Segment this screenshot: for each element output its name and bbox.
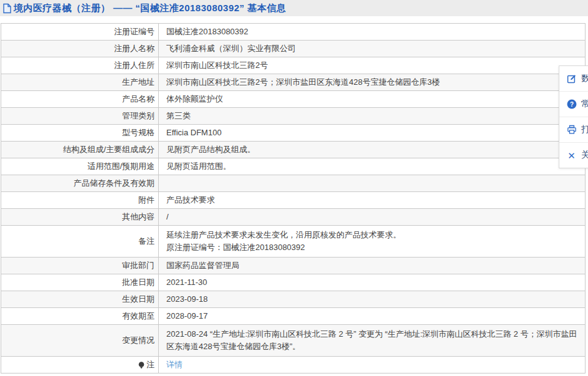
row-label: 审批部门 [1,258,159,274]
row-value: 见附页适用范围。 [159,158,585,175]
row-label: 型号规格 [1,125,159,141]
table-row: 注册人住所 深圳市南山区科技北三路2号 [1,57,585,74]
row-label: 变更情况 [1,325,159,356]
page-header: 境内医疗器械（注册） —— “国械注准20183080392” 基本信息 [0,0,588,16]
row-label: 其他内容 [1,209,159,225]
svg-text:?: ? [569,101,573,108]
row-label: 附件 [1,192,159,208]
toolbar-item-label: 常见问题 [581,99,588,110]
toolbar-item-data-correction[interactable]: 数据纠错 [559,66,588,92]
toolbar-item-label: 打印 [581,124,588,135]
toolbar-item-close[interactable]: ✕ 关闭 [559,143,588,168]
document-icon [2,3,12,14]
table-row: 管理类别 第三类 [1,108,585,125]
table-row: 注册人名称 飞利浦金科威（深圳）实业有限公司 [1,41,585,57]
row-value: 深圳市南山区科技北三路2号；深圳市盐田区东海道428号宝捷仓储园仓库3楼 [159,74,585,90]
details-link[interactable]: 详情 [166,359,183,371]
row-value: 国械注准20183080392 [159,24,585,40]
row-label: 生产地址 [1,74,159,90]
row-value: 2023-09-18 [159,291,585,307]
row-label: 注册人住所 [1,57,159,74]
row-label: 注 [1,357,159,373]
side-toolbar: 数据纠错 ? 常见问题 打印 ✕ 关闭 [559,65,588,168]
row-value: 产品技术要求 [159,192,585,208]
row-label: 有效期至 [1,308,159,324]
table-row: 生产地址 深圳市南山区科技北三路2号；深圳市盐田区东海道428号宝捷仓储园仓库3… [1,74,585,91]
table-row-note: 注 详情 [1,357,585,374]
question-icon: ? [566,99,577,110]
row-value: 2021-08-24 “生产地址:深圳市南山区科技北三路 2 号” 变更为 “生… [159,325,585,356]
row-label: 结构及组成/主要组成成分 [1,142,159,158]
table-row: 有效期至 2028-09-17 [1,308,585,325]
row-value: 国家药品监督管理局 [159,258,585,274]
table-row: 批准日期 2021-11-30 [1,274,585,291]
row-value: 延续注册产品技术要求未发生变化，沿用原核发的产品技术要求。 原注册证编号：国械注… [159,226,585,257]
row-value: 2028-09-17 [159,308,585,324]
toolbar-item-faq[interactable]: ? 常见问题 [559,92,588,117]
table-row: 型号规格 Efficia DFM100 [1,125,585,142]
note-label: 注 [146,359,154,371]
page-title: 境内医疗器械（注册） —— “国械注准20183080392” 基本信息 [14,2,286,14]
row-label: 备注 [1,226,159,257]
row-label: 管理类别 [1,108,159,124]
table-row: 产品名称 体外除颤监护仪 [1,91,585,108]
table-row: 其他内容 / [1,209,585,226]
printer-icon [566,125,577,135]
table-row-change-history: 变更情况 2021-08-24 “生产地址:深圳市南山区科技北三路 2 号” 变… [1,325,585,357]
toolbar-item-print[interactable]: 打印 [559,117,588,143]
close-icon: ✕ [566,150,577,161]
toolbar-item-label: 数据纠错 [581,73,588,84]
row-label: 注册证编号 [1,24,159,40]
row-value: 深圳市南山区科技北三路2号 [159,57,585,74]
row-label: 批准日期 [1,274,159,291]
table-row: 注册证编号 国械注准20183080392 [1,24,585,41]
row-label: 产品储存条件及有效期 [1,175,159,191]
registration-info-table: 注册证编号 国械注准20183080392 注册人名称 飞利浦金科威（深圳）实业… [1,23,586,374]
toolbar-item-label: 关闭 [581,150,588,161]
row-label: 适用范围/预期用途 [1,158,159,175]
table-row: 附件 产品技术要求 [1,192,585,209]
table-row: 结构及组成/主要组成成分 见附页产品结构及组成。 [1,142,585,158]
bulb-icon [138,361,145,370]
table-row: 生效日期 2023-09-18 [1,291,585,308]
row-value: 见附页产品结构及组成。 [159,142,585,158]
page: 境内医疗器械（注册） —— “国械注准20183080392” 基本信息 注册证… [0,0,588,376]
row-value: 飞利浦金科威（深圳）实业有限公司 [159,41,585,57]
row-label: 生效日期 [1,291,159,307]
edit-icon [566,74,577,84]
row-value: 体外除颤监护仪 [159,91,585,107]
row-value: / [159,209,585,225]
table-row: 适用范围/预期用途 见附页适用范围。 [1,158,585,175]
row-label: 注册人名称 [1,41,159,57]
table-row: 产品储存条件及有效期 [1,175,585,192]
row-value: 2021-11-30 [159,274,585,291]
table-row-remark: 备注 延续注册产品技术要求未发生变化，沿用原核发的产品技术要求。 原注册证编号：… [1,226,585,258]
row-value: Efficia DFM100 [159,125,585,141]
table-row: 审批部门 国家药品监督管理局 [1,258,585,274]
row-value [159,175,585,191]
row-label: 产品名称 [1,91,159,107]
row-value: 第三类 [159,108,585,124]
